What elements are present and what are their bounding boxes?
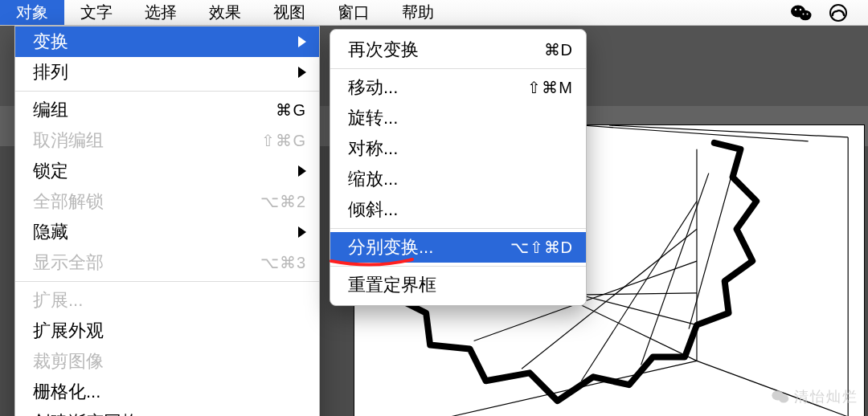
menu-bar: 对象 文字 选择 效果 视图 窗口 帮助 [0,0,868,26]
menu-item-transform-again[interactable]: 再次变换 ⌘D [330,35,586,65]
menu-object[interactable]: 对象 [0,0,64,25]
menu-item-label: 帮助 [402,2,434,23]
menu-item-group[interactable]: 编组 ⌘G [15,95,319,125]
menu-item-label: 全部解锁 [33,190,260,214]
menu-effect[interactable]: 效果 [193,0,257,25]
menu-item-arrange[interactable]: 排列 [15,57,319,88]
menu-item-label: 对称... [348,137,573,161]
menu-item-expand: 扩展... [15,285,319,316]
menu-item-label: 选择 [145,2,177,23]
menu-item-shortcut: ⌥⇧⌘D [510,238,573,257]
menu-item-lock[interactable]: 锁定 [15,156,319,186]
menu-item-shortcut: ⌘D [544,40,573,59]
menu-item-label: 隐藏 [33,220,293,244]
object-menu: 变换 排列 编组 ⌘G 取消编组 ⇧⌘G 锁定 全部解锁 ⌥⌘2 隐藏 显示全部… [14,26,320,416]
menu-item-label: 创建渐变网格 [33,410,306,416]
menu-item-label: 扩展... [33,288,306,312]
menu-item-reflect[interactable]: 对称... [330,133,586,164]
menu-item-expand-appearance[interactable]: 扩展外观 [15,316,319,346]
menu-item-transform[interactable]: 变换 [15,27,319,57]
menu-item-label: 裁剪图像 [33,349,306,373]
menu-item-label: 移动... [348,75,527,100]
menu-item-label: 旋转... [348,106,573,130]
menu-separator [330,228,586,229]
menu-item-label: 视图 [273,2,305,23]
menu-item-shortcut: ⇧⌘M [527,78,573,97]
menu-item-label: 编组 [33,98,276,122]
svg-point-5 [807,13,809,14]
menu-item-shortcut: ⌥⌘3 [260,253,306,272]
menu-item-label: 取消编组 [33,128,261,153]
menu-item-label: 显示全部 [33,251,260,275]
menu-separator [15,281,319,282]
menu-separator [15,91,319,92]
creative-cloud-icon [826,4,850,22]
menu-type[interactable]: 文字 [64,0,129,25]
menu-item-label: 效果 [209,2,241,23]
menu-item-gradient-mesh[interactable]: 创建渐变网格 [15,407,319,416]
menu-item-label: 对象 [16,2,48,23]
menu-select[interactable]: 选择 [129,0,193,25]
menu-item-label: 扩展外观 [33,319,306,343]
menu-item-rotate[interactable]: 旋转... [330,103,586,133]
menu-separator [330,266,586,267]
svg-point-3 [800,8,801,10]
menu-item-label: 栅格化... [33,380,306,404]
menu-item-ungroup: 取消编组 ⇧⌘G [15,125,319,156]
menu-item-label: 倾斜... [348,198,573,222]
transform-submenu: 再次变换 ⌘D 移动... ⇧⌘M 旋转... 对称... 缩放... 倾斜..… [330,29,587,306]
menu-window[interactable]: 窗口 [321,0,386,25]
menu-item-show-all: 显示全部 ⌥⌘3 [15,247,319,278]
menu-item-label: 重置定界框 [348,273,573,297]
menu-item-shortcut: ⌘G [276,100,306,120]
menu-item-crop-image: 裁剪图像 [15,346,319,377]
menu-item-rasterize[interactable]: 栅格化... [15,377,319,407]
submenu-arrow-icon [293,161,306,181]
menu-item-scale[interactable]: 缩放... [330,164,586,194]
menu-item-move[interactable]: 移动... ⇧⌘M [330,72,586,103]
svg-point-4 [803,13,805,14]
watermark: 清怡灿烂 [772,387,858,406]
menu-item-hide[interactable]: 隐藏 [15,217,319,247]
menu-item-label: 变换 [33,30,293,54]
svg-point-8 [779,394,788,402]
watermark-text: 清怡灿烂 [794,387,858,406]
menu-item-transform-each[interactable]: 分别变换... ⌥⇧⌘D [330,232,586,263]
menu-help[interactable]: 帮助 [386,0,450,25]
svg-point-1 [800,10,812,20]
menu-item-label: 再次变换 [348,38,544,62]
menu-item-shear[interactable]: 倾斜... [330,194,586,225]
submenu-arrow-icon [293,62,306,83]
menu-item-unlock-all: 全部解锁 ⌥⌘2 [15,186,319,217]
submenu-arrow-icon [293,222,306,243]
submenu-arrow-icon [293,31,306,52]
menu-item-label: 排列 [33,60,293,84]
menu-view[interactable]: 视图 [257,0,321,25]
menu-item-label: 缩放... [348,167,573,191]
svg-point-2 [795,8,796,10]
menu-item-label: 分别变换... [348,235,510,259]
menu-item-reset-bbox[interactable]: 重置定界框 [330,270,586,300]
menu-item-label: 锁定 [33,159,293,183]
menu-item-shortcut: ⌥⌘2 [260,192,306,211]
system-tray [791,0,868,25]
menu-separator [330,68,586,69]
menu-item-label: 文字 [80,2,113,23]
wechat-icon [791,4,812,22]
menu-item-label: 窗口 [338,2,370,23]
menu-item-shortcut: ⇧⌘G [261,131,306,150]
